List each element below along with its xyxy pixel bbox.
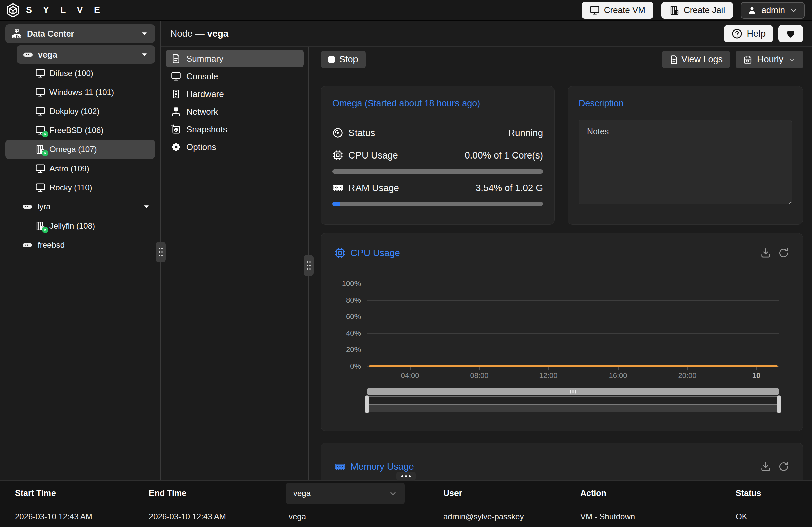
datacenter-icon — [11, 28, 22, 39]
ram-value: 3.54% of 1.02 G — [476, 182, 543, 193]
tab-label: Summary — [186, 54, 223, 64]
tab-network[interactable]: Network — [165, 103, 304, 120]
log-table-row[interactable]: 2026-03-10 12:43 AM 2026-03-10 12:43 AM … — [0, 506, 812, 527]
sidebar-item-dokploy[interactable]: Dokploy (102) — [0, 102, 160, 121]
triangle-down-icon — [142, 202, 151, 211]
column-header-start-time: Start Time — [15, 488, 149, 498]
running-badge-icon — [42, 131, 49, 138]
ram-label-group: RAM Usage — [332, 182, 399, 193]
sidebar-item-freebsd-vm[interactable]: FreeBSD (106) — [0, 121, 160, 140]
cpu-chart-title-group: CPU Usage — [334, 247, 400, 259]
monitor-icon — [35, 182, 45, 193]
page-header: Node — vega Help — [161, 21, 812, 47]
sidebar-item-astro[interactable]: Astro (109) — [0, 159, 160, 178]
y-gridline — [367, 283, 779, 284]
snapshot-icon — [171, 125, 181, 134]
node-filter-select[interactable]: vega — [286, 483, 405, 504]
activity-log-panel: Start Time End Time vega User Action Sta… — [0, 480, 812, 527]
sidebar-resize-handle[interactable] — [156, 242, 165, 263]
log-panel-resize-handle[interactable] — [396, 472, 416, 481]
brush-handle-left[interactable] — [364, 395, 369, 413]
monitor-icon — [35, 126, 45, 135]
ram-icon — [334, 461, 346, 472]
x-axis-tick-label: 20:00 — [678, 371, 696, 380]
sidebar-item-windows-11[interactable]: Windows-11 (101) — [0, 83, 160, 102]
tab-options[interactable]: Options — [165, 138, 304, 156]
column-header-end-time: End Time — [149, 488, 286, 498]
user-menu-label: admin — [761, 5, 785, 15]
create-jail-button[interactable]: Create Jail — [661, 2, 733, 19]
favorite-button[interactable] — [778, 25, 803, 43]
column-header-action: Action — [580, 488, 736, 498]
server-icon — [23, 49, 33, 60]
sidebar-item-lyra[interactable]: lyra — [0, 197, 160, 216]
cpu-chart-card: CPU Usage 100%80%60%40%20%0%04:0008:0012… — [321, 233, 803, 431]
tab-label: Snapshots — [186, 125, 228, 135]
x-axis-tick-label: 16:00 — [609, 371, 627, 380]
ram-icon — [332, 182, 344, 193]
header-actions: Help — [724, 25, 803, 43]
sidebar-item-label: Dokploy (102) — [49, 107, 99, 116]
y-axis-tick-label: 0% — [350, 362, 361, 371]
brush-handle-right[interactable] — [777, 395, 781, 413]
x-axis-tick-label: 12:00 — [539, 371, 557, 380]
y-axis-tick-label: 100% — [342, 279, 361, 288]
user-menu-button[interactable]: admin — [741, 2, 804, 19]
download-icon[interactable] — [760, 461, 771, 472]
sidebar-item-label: freebsd — [38, 240, 64, 250]
sidebar-item-omega[interactable]: Omega (107) — [5, 140, 155, 159]
download-icon[interactable] — [760, 247, 771, 259]
cell-action: VM - Shutdown — [580, 512, 736, 521]
content: Stop View Logs Hourly Omeg — [309, 47, 812, 480]
tab-console[interactable]: Console — [165, 68, 304, 85]
tab-hardware[interactable]: Hardware — [165, 85, 304, 103]
create-vm-button[interactable]: Create VM — [582, 2, 653, 19]
cpu-label: CPU Usage — [348, 150, 398, 161]
y-gridline — [367, 317, 779, 317]
monitor-icon — [35, 106, 45, 116]
column-header-user: User — [444, 488, 580, 498]
page-title-node: vega — [207, 28, 229, 39]
refresh-icon[interactable] — [778, 247, 789, 259]
monitor-icon — [35, 68, 45, 78]
cell-status: OK — [736, 512, 812, 521]
sidebar-item-data-center[interactable]: Data Center — [5, 25, 155, 43]
tab-snapshots[interactable]: Snapshots — [165, 121, 304, 138]
view-logs-button[interactable]: View Logs — [662, 51, 730, 68]
sidebar-item-jellyfin[interactable]: Jellyfin (108) — [0, 216, 160, 235]
triangle-down-icon — [140, 29, 149, 38]
log-table-header: Start Time End Time vega User Action Sta… — [0, 481, 812, 506]
status-label-group: Status — [332, 128, 375, 138]
nav-resize-handle[interactable] — [304, 255, 314, 276]
cpu-icon — [332, 150, 344, 161]
help-circle-icon — [731, 28, 743, 40]
y-gridline — [367, 333, 779, 334]
memory-chart-title-group: Memory Usage — [334, 461, 414, 472]
sidebar-item-vega[interactable]: vega — [17, 45, 155, 63]
cpu-chart-header: CPU Usage — [334, 247, 789, 259]
tab-summary[interactable]: Summary — [165, 50, 304, 67]
sidebar-item-difuse[interactable]: Difuse (100) — [0, 63, 160, 83]
chart-zoom-scrollbar[interactable] — [367, 388, 779, 395]
sidebar-item-label: Astro (109) — [49, 164, 89, 173]
sidebar-item-freebsd-host[interactable]: freebsd — [0, 235, 160, 255]
interval-select[interactable]: Hourly — [736, 51, 803, 68]
memory-chart-header: Memory Usage — [334, 461, 789, 472]
help-button[interactable]: Help — [724, 25, 773, 43]
sidebar-item-label: Jellyfin (108) — [49, 221, 95, 231]
sidebar-item-rocky[interactable]: Rocky (110) — [0, 178, 160, 197]
x-axis-tick-label: 10 — [753, 371, 760, 380]
stop-vm-button[interactable]: Stop — [321, 51, 365, 68]
sidebar-item-label: lyra — [38, 202, 51, 211]
gear-icon — [171, 142, 181, 152]
notes-textarea[interactable] — [579, 120, 792, 204]
create-vm-label: Create VM — [604, 5, 646, 15]
x-axis-tick-label: 04:00 — [401, 371, 419, 380]
topbar-actions: Create VM Create Jail admin — [582, 2, 804, 19]
cell-user: admin@sylve-passkey — [444, 512, 580, 521]
monitor-icon — [590, 5, 600, 15]
content-toolbar: Stop View Logs Hourly — [309, 47, 812, 72]
chart-zoom-brush[interactable] — [367, 396, 779, 412]
refresh-icon[interactable] — [778, 461, 789, 472]
ram-label: RAM Usage — [348, 182, 399, 193]
